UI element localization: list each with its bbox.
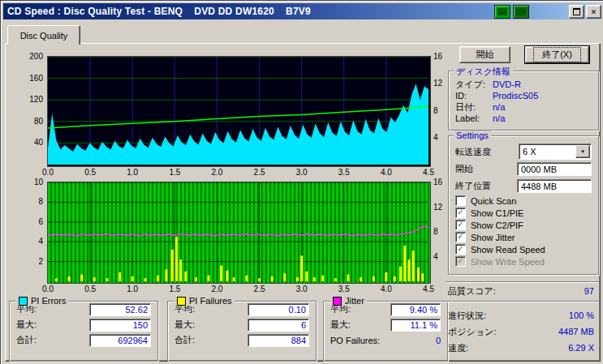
quality-score-value: 97 [584, 286, 594, 296]
row-label: 日付: [455, 101, 493, 113]
pie-plot-svg [48, 57, 429, 165]
disc-date-value: n/a [493, 102, 505, 112]
axis-tick-label: 0.5 [80, 285, 100, 293]
axis-tick-label: 2.5 [250, 285, 269, 293]
checkbox-show-c1-pie[interactable]: ✓Show C1/PIE [449, 207, 598, 219]
axis-tick-label: 0.0 [38, 285, 58, 293]
divider [446, 301, 599, 302]
speed-value: 6 X [519, 147, 575, 156]
speed-row: 転送速度 6 X ▼ [449, 143, 598, 161]
tab-disc-quality[interactable]: Disc Quality [7, 25, 80, 45]
speed-label: 転送速度 [455, 146, 491, 158]
pi-failure-bar [208, 276, 210, 281]
pi-failure-bar [245, 276, 248, 281]
legend-row: 最大:150 [10, 317, 157, 332]
row-label: PO Failures: [330, 336, 380, 345]
pi-failure-bar [55, 278, 58, 281]
axis-tick-label: 2.0 [207, 285, 226, 293]
checkbox-show-jitter[interactable]: ✓Show Jitter [449, 231, 598, 243]
pi-failure-bar [271, 276, 274, 281]
checkbox-quick-scan[interactable]: Quick Scan [449, 195, 598, 207]
axis-tick-label: 120 [20, 95, 43, 104]
pi-failure-bar [144, 278, 146, 281]
quality-score-row: 品質スコア: 97 [448, 285, 594, 297]
start-button[interactable]: 開始 [459, 46, 510, 63]
maximize-button[interactable] [569, 5, 584, 19]
legend-row: 合計:692964 [10, 332, 157, 348]
jitter-swatch [333, 297, 342, 306]
axis-tick-label: 10 [20, 178, 43, 186]
axis-tick-label: 4 [20, 237, 43, 246]
pi-failure-bar [300, 255, 303, 281]
pie-right-axis: 161284 [431, 57, 449, 165]
chart-icon[interactable] [494, 5, 510, 19]
disc-type-value: DVD-R [493, 79, 521, 89]
axis-tick-label: 1.5 [165, 168, 184, 177]
end-position-label: 終了位置 [455, 180, 491, 192]
chevron-down-icon[interactable]: ▼ [575, 145, 590, 158]
pi-failure-bar [373, 276, 375, 281]
max-value: 11.1 % [390, 319, 441, 332]
disc-id-value: ProdiscS05 [493, 91, 538, 101]
axis-tick-label: 1.5 [165, 285, 184, 293]
row-label: 合計: [16, 334, 37, 346]
checkbox-box[interactable]: ✓ [455, 232, 466, 242]
axis-tick-label: 4.5 [419, 285, 438, 293]
disc-icon[interactable] [513, 5, 529, 19]
checkbox-box[interactable] [455, 195, 466, 206]
pie-left-axis: 2001601208040 [22, 57, 45, 165]
start-position-field[interactable]: 0000 MB [517, 162, 592, 176]
speed-status-label: 速度: [448, 342, 468, 354]
max-value: 150 [89, 319, 151, 332]
row-label: 最大: [16, 319, 37, 331]
pif-plot-svg [48, 182, 429, 281]
checkbox-show-write-speed: ✓Show Write Speed [449, 255, 598, 268]
pi-failure-bar [171, 250, 174, 281]
position-value: 4487 MB [558, 327, 594, 336]
app-window: CD Speed : Disc Quality Test - BENQ DVD … [0, 0, 603, 364]
checkbox-show-read-speed[interactable]: ✓Show Read Speed [449, 243, 598, 255]
axis-tick-label: 3.5 [334, 168, 354, 177]
checkbox-show-c2-pif[interactable]: ✓Show C2/PIF [449, 219, 598, 231]
checkbox-label: Show Write Speed [471, 257, 545, 267]
pi-failure-bar [106, 278, 109, 281]
pi-failure-bar [385, 272, 387, 281]
disc-info-group: ディスク情報 タイプ:DVD-R ID:ProdiscS05 日付:n/a La… [448, 71, 599, 131]
pi-failure-bar [233, 277, 235, 281]
checkbox-box[interactable]: ✓ [455, 244, 466, 255]
checkbox-box[interactable]: ✓ [455, 220, 466, 230]
row-label: 最大: [330, 319, 351, 331]
settings-group: Settings 転送速度 6 X ▼ 開始 0000 MB 終了位置 4488… [448, 135, 599, 275]
pi-failures-swatch [177, 297, 186, 306]
legend-row: 最大:6 [168, 317, 316, 332]
speed-status-value: 6.29 X [568, 343, 594, 353]
row-label: Label: [455, 113, 493, 123]
checkbox-box[interactable]: ✓ [455, 208, 466, 218]
legend-label: Jitter [345, 296, 364, 306]
pi-failure-bar [258, 278, 261, 281]
end-position-field[interactable]: 4488 MB [517, 179, 592, 193]
pi-failure-bar [399, 267, 402, 281]
start-button-label: 開始 [476, 49, 494, 61]
pi-failure-bar [195, 277, 197, 281]
exit-button[interactable]: 終了(X) [525, 46, 589, 63]
axis-tick-label: 3.0 [292, 168, 312, 177]
pi-failure-bar [334, 278, 337, 281]
speed-status-row: 速度: 6.29 X [448, 342, 594, 353]
axis-tick-label: 2.0 [207, 168, 226, 177]
close-button[interactable]: ✕ [586, 5, 601, 19]
start-position-row: 開始 0000 MB [449, 161, 598, 178]
total-value: 692964 [89, 334, 151, 347]
axis-tick-label: 40 [20, 138, 43, 147]
pie-x-axis: 0.00.51.01.52.02.53.03.54.04.5 [48, 168, 429, 178]
tab-label: Disc Quality [20, 31, 68, 41]
chart-icon-glyph [497, 8, 507, 15]
axis-tick-label: 0.5 [80, 168, 100, 177]
pi-failure-bar [165, 269, 167, 281]
pi-failure-bar [412, 251, 415, 281]
checkbox-label: Show C2/PIF [471, 221, 523, 230]
legend-title: PI Failures [174, 296, 235, 306]
speed-select[interactable]: 6 X ▼ [519, 143, 592, 160]
pi-failure-bar [321, 276, 324, 281]
pi-failure-bar [394, 276, 396, 281]
